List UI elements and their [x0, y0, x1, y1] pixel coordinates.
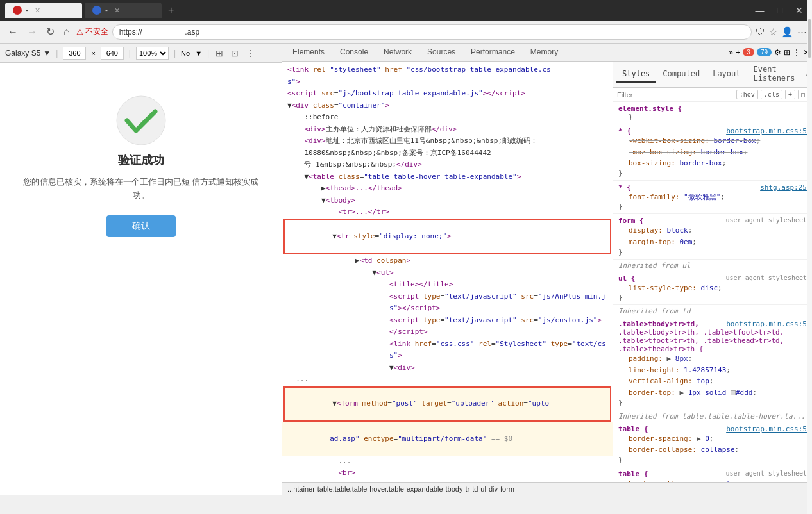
success-title: 验证成功 [19, 153, 262, 168]
style-block-table-bootstrap: table { bootstrap.min.css:5 border-spaci… [613, 422, 812, 467]
tab-sources[interactable]: Sources [419, 45, 463, 60]
forward-button[interactable]: → [24, 25, 40, 39]
html-line: ▶<thead>...</thead> [282, 183, 613, 195]
html-line: <script type="text/javascript" src="js/c… [282, 315, 613, 327]
breadcrumb-item[interactable]: table.table.table-hover.table-expandable [317, 485, 443, 493]
breadcrumb-bar: ...ntainer table.table.table-hover.table… [282, 482, 812, 495]
tab-console[interactable]: Console [332, 45, 376, 60]
tab-elements[interactable]: Elements [285, 45, 332, 60]
html-line: ad.asp" enctype="multipart/form-data" ==… [282, 422, 613, 456]
width-input[interactable] [63, 47, 86, 60]
inherited-label-ul: Inherited from ul [613, 260, 812, 272]
style-source[interactable]: bootstrap.min.css:5 [726, 320, 807, 328]
minimize-button[interactable]: — [752, 4, 768, 17]
new-tab-button[interactable]: + [164, 4, 178, 16]
breadcrumb-item[interactable]: tr [465, 485, 469, 493]
style-prop: list-style-type: disc; [618, 283, 807, 294]
throttle-label: No [181, 49, 190, 57]
tab2-favicon [92, 6, 101, 15]
style-prop: border-top: ▶ 1px solid #ddd; [618, 387, 807, 399]
breadcrumb-item[interactable]: form [500, 485, 514, 493]
tab-styles[interactable]: Styles [616, 66, 656, 83]
browser-tab-2[interactable]: - ✕ [85, 3, 162, 18]
style-prop: -moz-box-sizing: border-box; [618, 147, 807, 158]
address-bar: ← → ↻ ⌂ ⚠ 不安全 🛡 ☆ 👤 ⋯ [0, 21, 812, 44]
confirm-button[interactable]: 确认 [106, 215, 176, 237]
capture-icon[interactable]: ⊞ [214, 47, 224, 60]
style-prop: box-sizing: border-box; [618, 158, 807, 169]
tab-layout[interactable]: Layout [706, 66, 747, 83]
html-line-selected: ▼<form method="post" target="uploader" a… [283, 386, 611, 422]
add-style-button[interactable]: + [785, 90, 795, 99]
filter-bar: :hov .cls + □ [613, 88, 812, 102]
hov-button[interactable]: :hov [736, 90, 758, 99]
tab-computed[interactable]: Computed [656, 66, 706, 83]
style-source-ua: user agent stylesheet [726, 470, 807, 477]
refresh-button[interactable]: ↻ [44, 24, 57, 39]
close-button[interactable]: ✕ [791, 4, 807, 17]
style-source-ua: user agent stylesheet [726, 274, 807, 281]
html-line: 10880&nbsp;&nbsp;&nbsp;备案号：京ICP备16044442 [282, 147, 613, 160]
devtools-dock-icon[interactable]: ⊞ [784, 48, 790, 57]
styles-filter-input[interactable] [617, 91, 734, 99]
browser-tab-1[interactable]: - ✕ [5, 3, 82, 18]
style-prop: display: block; [618, 225, 807, 236]
style-prop: border-collapse: collapse; [618, 444, 807, 456]
html-line: <tr>...</tr> [282, 206, 613, 219]
home-button[interactable]: ⌂ [61, 25, 72, 39]
style-selector: element.style { [618, 104, 682, 113]
warning-icon: ⚠ [76, 28, 83, 37]
cls-button[interactable]: .cls [761, 90, 782, 99]
devtools-new-panel[interactable]: + [736, 48, 740, 57]
style-selector: form { [618, 217, 644, 225]
height-input[interactable] [101, 47, 124, 60]
devtools-tab-bar: Elements Console Network Sources Perform… [282, 44, 812, 62]
breadcrumb-item[interactable]: ul [480, 485, 486, 493]
style-selector: ul { [618, 274, 636, 283]
profile-icon[interactable]: 👤 [781, 26, 793, 38]
bookmark-icon[interactable]: ☆ [769, 26, 777, 38]
style-block-form: form { user agent stylesheet display: bl… [613, 214, 812, 259]
html-line: ▼<tbody> [282, 195, 613, 207]
device-name: Galaxy S5 [5, 49, 40, 58]
breadcrumb-item[interactable]: ...ntainer [287, 485, 315, 493]
style-close: } [618, 113, 807, 121]
device-selector[interactable]: Galaxy S5 ▼ [5, 49, 51, 58]
title-bar: - ✕ - ✕ + — □ ✕ [0, 0, 812, 21]
html-tree[interactable]: <link rel="stylesheet" href="css/bootstr… [282, 62, 613, 482]
tab-network[interactable]: Network [376, 45, 419, 60]
breadcrumb-item[interactable]: td [472, 485, 478, 493]
tab-memory[interactable]: Memory [523, 45, 566, 60]
security-text: 不安全 [85, 26, 108, 37]
more-toolbar-icon[interactable]: ⋮ [245, 47, 257, 60]
html-line: s"></script> [282, 303, 613, 315]
style-selector: table { [618, 425, 648, 433]
style-selector-cont: .table>tfoot>tr>th, .table>thead>tr>td, [618, 336, 807, 345]
mirror-icon[interactable]: ⊡ [230, 47, 240, 60]
url-input[interactable] [112, 24, 752, 40]
throttle-dropdown[interactable]: ▼ [195, 49, 202, 57]
style-prop: vertical-align: top; [618, 376, 807, 387]
zoom-select[interactable]: 100% 75% 50% [136, 47, 169, 60]
toolbar-separator-1: | [56, 49, 58, 58]
tab-performance[interactable]: Performance [463, 45, 523, 60]
style-source[interactable]: shtg.asp:25 [760, 183, 807, 192]
style-source[interactable]: bootstrap.min.css:5 [726, 425, 807, 433]
style-source[interactable]: bootstrap.min.css:5 [726, 127, 807, 135]
tab-event-listeners[interactable]: Event Listeners [747, 62, 806, 87]
html-line: ... [282, 374, 613, 386]
tab1-close[interactable]: ✕ [35, 6, 40, 15]
breadcrumb-item[interactable]: tbody [446, 485, 463, 493]
style-close: } [618, 248, 807, 256]
devtools-more-icon[interactable]: ⋮ [793, 48, 800, 57]
tab2-close[interactable]: ✕ [114, 6, 120, 15]
style-block-td: .table>tbody>tr>td, bootstrap.min.css:5 … [613, 317, 812, 410]
extensions-icon[interactable]: 🛡 [756, 26, 765, 37]
back-button[interactable]: ← [5, 25, 21, 39]
devtools-more-panels[interactable]: » [729, 48, 734, 57]
breadcrumb-item[interactable]: div [489, 485, 498, 493]
menu-icon[interactable]: ⋯ [797, 26, 807, 38]
checkmark-svg [115, 95, 167, 146]
devtools-settings-icon[interactable]: ⚙ [774, 48, 781, 57]
restore-button[interactable]: □ [774, 4, 786, 17]
